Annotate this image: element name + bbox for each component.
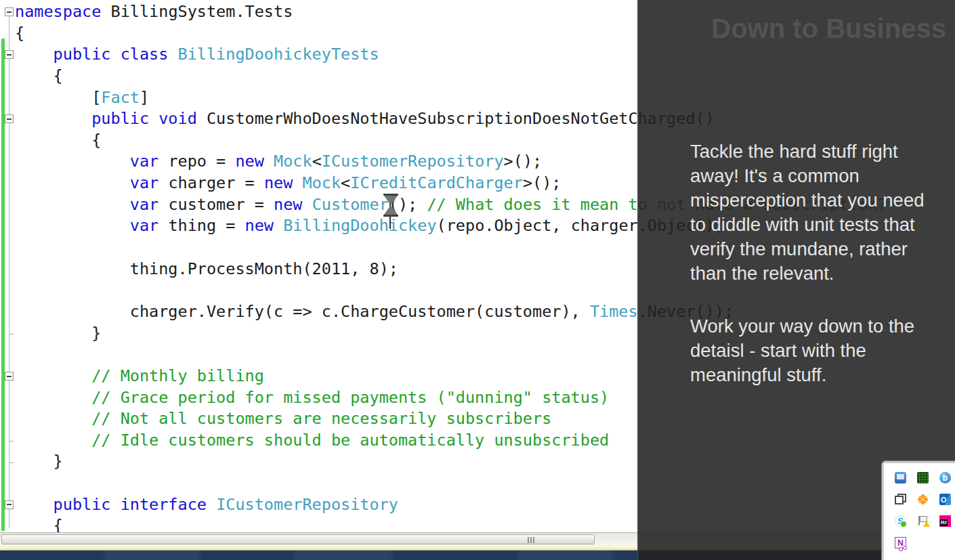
tray-cell: S — [895, 515, 917, 537]
scrollbar-grip — [528, 537, 529, 543]
tray-icon-glyph: N — [895, 538, 906, 548]
onenote-icon[interactable]: N — [895, 537, 906, 548]
bing-icon[interactable]: b — [939, 472, 951, 483]
overlay-text-line: detaisl - start with the — [690, 339, 914, 363]
scrollbar-thumb[interactable] — [1, 534, 595, 544]
resharper-icon[interactable]: R# — [939, 515, 951, 527]
outlook-icon[interactable]: O — [939, 494, 951, 505]
overlay-text-line: Work your way down to the — [690, 314, 914, 339]
tray-icon-glyph: O — [939, 494, 952, 505]
action-center-flag-icon[interactable] — [917, 515, 929, 527]
overlay-text-line: verify the mundane, rather — [690, 237, 925, 261]
tray-cell: O — [939, 494, 955, 515]
busy-cursor — [383, 194, 400, 225]
tray-icon-glyph: S — [895, 516, 906, 526]
window-stack-icon[interactable] — [895, 494, 906, 505]
overlay-text-line: misperception that you need — [690, 188, 925, 213]
skype-icon[interactable]: S — [895, 515, 906, 527]
tray-cell — [895, 472, 917, 494]
overlay-paragraph-1: Tackle the hard stuff right away! It's a… — [690, 139, 925, 286]
overlay-paragraph-2: Work your way down to the detaisl - star… — [690, 314, 914, 387]
green-grid-icon[interactable] — [917, 472, 929, 483]
tray-icon-glyph — [920, 497, 925, 502]
tray-icon-glyph: b — [939, 472, 951, 483]
tray-icon-glyph — [895, 494, 906, 505]
overlay-text-line: Tackle the hard stuff right — [690, 139, 925, 164]
tray-cell — [895, 494, 917, 515]
tray-cell — [917, 494, 939, 515]
tray-cell: b — [939, 472, 955, 494]
tray-icon-glyph: R# — [940, 519, 948, 526]
screen: namespace BillingSystem.Tests{ public cl… — [0, 0, 955, 560]
display-settings-icon[interactable] — [895, 472, 906, 483]
tray-cell: R# — [939, 515, 955, 537]
overlay-text-line: than the relevant. — [690, 261, 925, 286]
overlay-title: Down to Business — [711, 14, 946, 44]
tray-cell — [917, 515, 939, 537]
overlay-text-line: meaningful stuff. — [690, 363, 914, 387]
tray-cell: N — [895, 537, 917, 559]
overlay-text-line: away! It's a common — [690, 164, 925, 188]
tray-icon-glyph — [895, 472, 906, 483]
flower-gear-icon[interactable] — [920, 497, 925, 502]
tray-cell — [917, 472, 939, 494]
tray-overflow-popup: bOSR#N — [882, 461, 955, 560]
tray-icon-grid: bOSR#N — [884, 463, 955, 559]
overlay-text-line: to diddle with unit tests that — [690, 213, 925, 237]
tray-icon-glyph — [923, 521, 930, 527]
tray-icon-glyph — [917, 472, 929, 483]
